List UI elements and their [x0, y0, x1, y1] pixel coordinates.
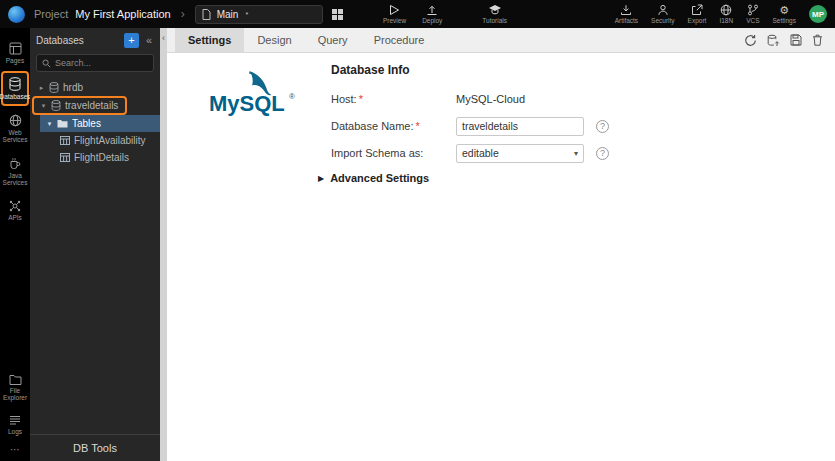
chevron-down-icon[interactable]: ▾ — [40, 102, 47, 110]
tutorials-button[interactable]: Tutorials — [482, 4, 507, 24]
sidebar-item-label: Databases — [0, 93, 31, 100]
wavemaker-logo-icon[interactable] — [8, 6, 25, 23]
import-schema-select[interactable]: editable ▾ — [456, 144, 584, 163]
database-icon — [49, 82, 59, 93]
host-row: Host:* MySQL-Cloud — [331, 89, 609, 109]
artifacts-button[interactable]: Artifacts — [615, 4, 638, 24]
database-tree: ▸ hrdb ▾ traveldetails ▾ Tables FlightAv… — [30, 79, 160, 434]
add-database-button[interactable]: + — [124, 33, 139, 48]
preview-button[interactable]: Preview — [383, 4, 406, 24]
table-icon — [60, 153, 70, 162]
i18n-label: I18N — [719, 17, 733, 24]
more-options-icon[interactable]: ⋯ — [10, 442, 20, 457]
tree-item-label: hrdb — [63, 82, 83, 93]
import-schema-row: Import Schema as: editable ▾ ? — [331, 143, 609, 163]
settings-label: Settings — [773, 17, 797, 24]
tree-item-tables[interactable]: ▾ Tables — [40, 115, 160, 132]
web-services-icon — [9, 114, 22, 127]
export-button[interactable]: Export — [688, 4, 707, 24]
database-info-form: Database Info Host:* MySQL-Cloud Databas… — [331, 63, 609, 184]
dashboard-grid-icon[interactable] — [332, 9, 343, 20]
sidebar-item-label: Web Services — [3, 129, 28, 144]
vcs-button[interactable]: VCS — [746, 4, 759, 24]
folder-icon — [57, 119, 68, 128]
artifacts-download-icon — [620, 4, 632, 16]
deploy-icon — [426, 4, 438, 16]
chevron-right-icon: ▶ — [318, 174, 324, 183]
sidebar-item-logs[interactable]: Logs — [1, 409, 29, 440]
java-services-icon — [9, 157, 21, 170]
globe-icon — [720, 4, 732, 16]
tab-design[interactable]: Design — [244, 28, 304, 52]
sidebar-item-label: APIs — [8, 214, 22, 221]
db-designer-tabbar: Settings Design Query Procedure — [167, 28, 835, 53]
help-icon[interactable]: ? — [596, 147, 609, 160]
search-input[interactable] — [55, 58, 148, 68]
security-button[interactable]: Security — [651, 4, 674, 24]
tutorials-label: Tutorials — [482, 17, 507, 24]
logs-icon — [9, 415, 21, 426]
database-search — [36, 54, 154, 72]
sidebar-item-apis[interactable]: APIs — [1, 194, 29, 226]
tree-item-traveldetails[interactable]: ▾ traveldetails — [32, 96, 127, 115]
sidebar-item-label: File Explorer — [3, 387, 27, 402]
export-db-icon[interactable] — [767, 34, 780, 47]
settings-button[interactable]: ⚙ Settings — [773, 4, 797, 24]
export-label: Export — [688, 17, 707, 24]
left-rail: Pages Databases Web Services Java Servic… — [0, 28, 30, 461]
database-name-input[interactable] — [456, 117, 584, 136]
import-schema-label: Import Schema as: — [331, 147, 456, 159]
sidebar-item-java-services[interactable]: Java Services — [1, 151, 29, 192]
tree-item-flightdetails[interactable]: FlightDetails — [30, 149, 160, 166]
project-prefix: Project — [34, 8, 68, 20]
mysql-logo-reg: ® — [289, 92, 295, 101]
tree-item-label: FlightDetails — [74, 152, 129, 163]
topbar-center-actions: Preview Deploy Tutorials — [383, 0, 507, 28]
database-name-row: Database Name:* ? — [331, 116, 609, 136]
user-avatar[interactable]: MP — [809, 5, 827, 23]
play-icon — [389, 4, 400, 16]
preview-label: Preview — [383, 17, 406, 24]
collapse-panel-icon[interactable]: « — [144, 34, 154, 46]
sidebar-item-file-explorer[interactable]: File Explorer — [1, 368, 29, 407]
host-value: MySQL-Cloud — [456, 93, 525, 105]
collapse-splitter-icon[interactable]: ‹ — [160, 33, 167, 43]
table-icon — [60, 136, 70, 145]
sidebar-item-web-services[interactable]: Web Services — [1, 108, 29, 149]
i18n-button[interactable]: I18N — [719, 4, 733, 24]
help-icon[interactable]: ? — [596, 120, 609, 133]
artifacts-label: Artifacts — [615, 17, 638, 24]
page-selector-dropdown[interactable]: Main * — [195, 5, 323, 24]
host-label: Host:* — [331, 93, 456, 105]
delete-icon[interactable] — [812, 34, 823, 46]
databases-panel-header: Databases + « — [30, 28, 160, 52]
settings-content: MySQL ® Database Info Host:* MySQL-Cloud… — [167, 53, 835, 461]
mysql-logo: MySQL ® — [205, 63, 301, 121]
tab-procedure[interactable]: Procedure — [361, 28, 438, 52]
sidebar-item-label: Pages — [6, 57, 24, 64]
import-schema-value: editable — [462, 147, 499, 159]
db-tools-button[interactable]: DB Tools — [30, 434, 160, 461]
tree-item-flightavailability[interactable]: FlightAvailability — [30, 132, 160, 149]
save-icon[interactable] — [790, 34, 802, 46]
db-toolbar — [744, 28, 823, 52]
gear-icon: ⚙ — [779, 4, 789, 16]
tree-item-label: FlightAvailability — [74, 135, 146, 146]
search-icon — [42, 59, 51, 68]
tab-query[interactable]: Query — [305, 28, 361, 52]
tab-settings[interactable]: Settings — [175, 28, 244, 52]
deploy-button[interactable]: Deploy — [422, 4, 442, 24]
sidebar-item-databases[interactable]: Databases — [1, 71, 29, 105]
chevron-right-icon[interactable]: ▸ — [38, 84, 45, 92]
chevron-down-icon[interactable]: ▾ — [46, 120, 53, 128]
main-area: Settings Design Query Procedure MySQL — [167, 28, 835, 461]
reimport-db-icon[interactable] — [744, 34, 757, 47]
panel-title: Databases — [36, 35, 119, 46]
project-title: Project My First Application — [34, 8, 171, 20]
sidebar-item-pages[interactable]: Pages — [1, 36, 29, 69]
tree-item-hrdb[interactable]: ▸ hrdb — [30, 79, 160, 96]
page-modified-marker: * — [245, 11, 248, 18]
panel-splitter[interactable]: ‹ — [160, 28, 167, 461]
topbar-right-actions: Artifacts Security Export I18N VCS — [615, 0, 827, 28]
advanced-settings-toggle[interactable]: ▶ Advanced Settings — [318, 172, 609, 184]
